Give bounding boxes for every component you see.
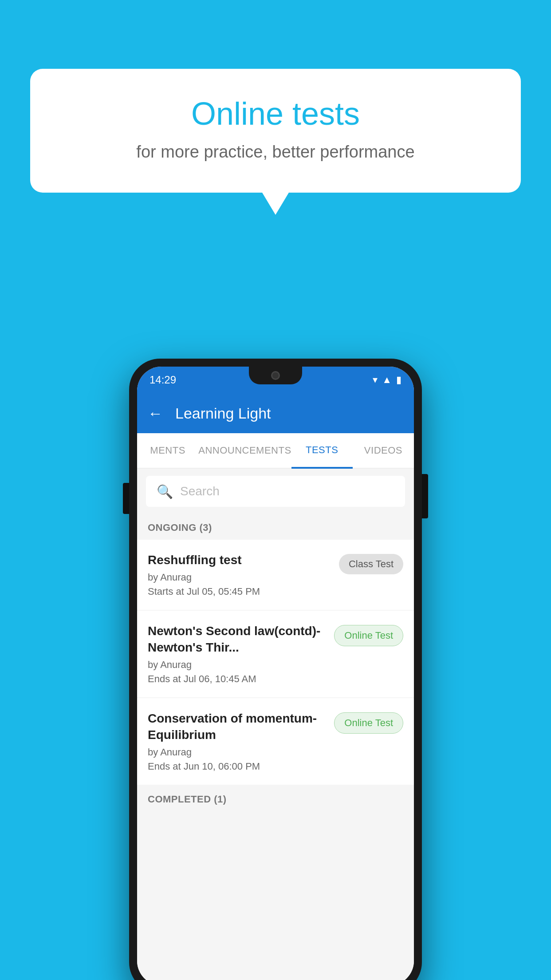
tab-announcements[interactable]: ANNOUNCEMENTS [198, 433, 291, 468]
phone-notch [249, 367, 302, 384]
search-icon: 🔍 [157, 484, 173, 499]
status-icons: ▾ ▲ ▮ [373, 374, 401, 386]
test-badge-newton: Online Test [334, 625, 403, 646]
test-name-reshuffling: Reshuffling test [148, 552, 332, 568]
speech-bubble: Online tests for more practice, better p… [30, 69, 521, 193]
tab-tests[interactable]: TESTS [291, 433, 353, 469]
wifi-icon: ▾ [373, 374, 378, 386]
test-info-newton: Newton's Second law(contd)-Newton's Thir… [148, 623, 334, 685]
test-date-newton: Ends at Jul 06, 10:45 AM [148, 673, 327, 685]
tab-ments[interactable]: MENTS [137, 433, 198, 468]
test-author-newton: by Anurag [148, 659, 327, 671]
phone-screen: 14:29 ▾ ▲ ▮ ← Learning Light MENTS ANNOU… [137, 367, 414, 980]
test-date-reshuffling: Starts at Jul 05, 05:45 PM [148, 586, 332, 597]
test-badge-conservation: Online Test [334, 712, 403, 734]
app-title: Learning Light [175, 405, 271, 422]
phone-frame: 14:29 ▾ ▲ ▮ ← Learning Light MENTS ANNOU… [129, 359, 422, 980]
test-name-newton: Newton's Second law(contd)-Newton's Thir… [148, 623, 327, 656]
test-date-conservation: Ends at Jun 10, 06:00 PM [148, 761, 327, 772]
camera [271, 371, 280, 380]
speech-bubble-tail [262, 193, 289, 215]
signal-icon: ▲ [382, 374, 392, 386]
ongoing-section-header: ONGOING (3) [137, 514, 414, 540]
test-info-reshuffling: Reshuffling test by Anurag Starts at Jul… [148, 552, 339, 597]
search-bar[interactable]: 🔍 Search [146, 476, 405, 507]
completed-section-header: COMPLETED (1) [137, 786, 414, 811]
test-card-conservation[interactable]: Conservation of momentum-Equilibrium by … [137, 698, 414, 785]
content-area: ONGOING (3) Reshuffling test by Anurag S… [137, 514, 414, 980]
promo-subtitle: for more practice, better performance [66, 142, 485, 162]
promo-section: Online tests for more practice, better p… [30, 69, 521, 215]
test-author-reshuffling: by Anurag [148, 572, 332, 583]
test-info-conservation: Conservation of momentum-Equilibrium by … [148, 711, 334, 772]
test-badge-reshuffling: Class Test [339, 554, 403, 574]
battery-icon: ▮ [396, 374, 401, 386]
test-card-reshuffling[interactable]: Reshuffling test by Anurag Starts at Jul… [137, 540, 414, 610]
test-card-newton[interactable]: Newton's Second law(contd)-Newton's Thir… [137, 611, 414, 697]
tabs-bar: MENTS ANNOUNCEMENTS TESTS VIDEOS [137, 433, 414, 469]
promo-title: Online tests [66, 95, 485, 132]
phone-outer: 14:29 ▾ ▲ ▮ ← Learning Light MENTS ANNOU… [129, 359, 422, 980]
test-author-conservation: by Anurag [148, 747, 327, 758]
tab-videos[interactable]: VIDEOS [353, 433, 414, 468]
app-bar: ← Learning Light [137, 393, 414, 433]
back-button[interactable]: ← [148, 405, 163, 422]
search-placeholder: Search [180, 484, 220, 498]
test-name-conservation: Conservation of momentum-Equilibrium [148, 711, 327, 743]
search-container: 🔍 Search [137, 469, 414, 514]
status-time: 14:29 [150, 374, 176, 386]
